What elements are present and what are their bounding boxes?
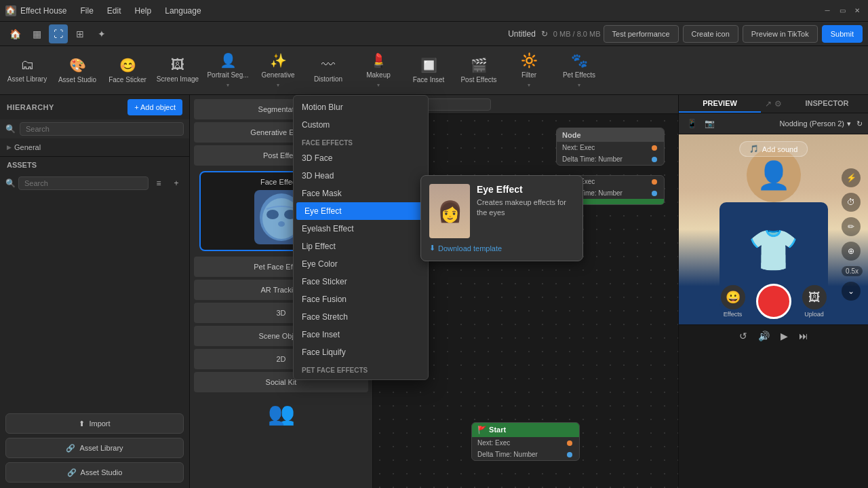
preview-right-icons: ⚡ ⏱ ✏ ⊕ 0.5x ⌄ (842, 168, 863, 301)
timer-icon-btn[interactable]: ⏱ (842, 193, 861, 212)
asset-tool-asset-studio[interactable]: 🎨 Asset Studio (53, 48, 102, 94)
hierarchy-search-icon: 🔍 (5, 124, 16, 134)
hierarchy-search: 🔍 (0, 119, 189, 138)
home-button[interactable]: 🏠 (5, 24, 24, 43)
face-inset-icon: 🔲 (420, 57, 437, 73)
minimize-button[interactable]: ─ (822, 5, 833, 16)
preview-person-area: 🎵 Add sound 👤 👕 ⚡ ⏱ (679, 134, 868, 324)
maximize-button[interactable]: ▭ (837, 5, 848, 16)
makeup-arrow: ▾ (377, 82, 380, 88)
play-button[interactable]: ▶ (781, 331, 788, 341)
video-mode-button[interactable]: 📷 (702, 116, 717, 131)
start-port-delta: Delta Time: Number (472, 449, 579, 460)
preview-tiktok-button[interactable]: Preview in TikTok (743, 25, 818, 43)
asset-library-button[interactable]: 🔗 Asset Library (5, 438, 184, 458)
record-button[interactable] (756, 284, 791, 319)
camera-mode-button[interactable]: 📱 (684, 116, 699, 131)
dropdown-eyelash-effect[interactable]: Eyelash Effect (294, 220, 428, 238)
tree-item-general[interactable]: ▶ General (0, 141, 189, 153)
dropdown-3d-head[interactable]: 3D Head (294, 167, 428, 185)
filter-list-icon[interactable]: ≡ (151, 176, 166, 191)
assets-search-input[interactable] (18, 176, 149, 190)
test-performance-button[interactable]: Test performance (604, 25, 679, 43)
asset-tool-portrait-seg[interactable]: 👤 Portrait Seg... ▾ (203, 48, 252, 94)
dropdown-face-sticker[interactable]: Face Sticker (294, 273, 428, 290)
close-button[interactable]: ✕ (852, 5, 863, 16)
dropdown-face-mask[interactable]: Face Mask (294, 185, 428, 202)
svg-point-2 (267, 210, 279, 219)
settings-button[interactable]: ✦ (92, 24, 111, 43)
add-sound-button[interactable]: 🎵 Add sound (739, 141, 808, 157)
download-template-link[interactable]: ⬇ Download template (429, 244, 574, 252)
external-link-icon[interactable]: ↗ (765, 99, 772, 109)
hierarchy-search-input[interactable] (20, 122, 184, 136)
eye-effect-tooltip: 👩 Eye Effect Creates makeup effects for … (420, 175, 583, 261)
asset-tool-makeup[interactable]: 💄 Makeup ▾ (354, 48, 403, 94)
asset-tool-screen-image[interactable]: 🖼 Screen Image (153, 48, 202, 94)
create-icon-button[interactable]: Create icon (683, 25, 738, 43)
exec-node-header: Node (557, 128, 664, 142)
asset-tool-asset-library[interactable]: 🗂 Asset Library (3, 48, 52, 94)
layers-icon-btn[interactable]: ⊕ (842, 242, 861, 261)
inspector-icon[interactable]: ⚙ (774, 99, 782, 109)
dropdown-eye-color[interactable]: Eye Color (294, 255, 428, 273)
upload-bottom-btn[interactable]: 🖼 Upload (802, 285, 827, 318)
lightning-icon-btn[interactable]: ⚡ (842, 168, 861, 187)
asset-studio-button[interactable]: 🔗 Asset Studio (5, 462, 184, 483)
dropdown-face-inset[interactable]: Face Inset (294, 326, 428, 343)
dropdown-face-fusion[interactable]: Face Fusion (294, 290, 428, 308)
playback-bar: ↺ 🔊 ▶ ⏭ (679, 324, 868, 347)
start-node-header: 🚩 Start (472, 423, 579, 437)
hierarchy-title: HIERARCHY (7, 103, 54, 111)
model-select-dropdown[interactable]: Nodding (Person 2) ▾ ↻ (780, 119, 863, 128)
refresh-button[interactable]: ↻ (541, 29, 548, 39)
tooltip-avatar: 👩 (429, 184, 470, 238)
asset-tool-face-sticker[interactable]: 😊 Face Sticker (103, 48, 152, 94)
dropdown-3d-face[interactable]: 3D Face (294, 149, 428, 167)
hierarchy-section: HIERARCHY + Add object 🔍 ▶ General (0, 95, 189, 157)
asset-tool-pet-effects[interactable]: 🐾 Pet Effects ▾ (555, 48, 604, 94)
panel-button[interactable]: ▦ (27, 24, 46, 43)
dropdown-face-liquify[interactable]: Face Liquify (294, 343, 428, 361)
main-layout: HIERARCHY + Add object 🔍 ▶ General ASSET… (0, 95, 868, 488)
refresh-model-icon[interactable]: ↻ (856, 119, 863, 128)
dropdown-motion-blur[interactable]: Motion Blur (294, 98, 428, 116)
submit-button[interactable]: Submit (822, 25, 863, 43)
effects-bottom-btn[interactable]: 😀 Effects (721, 285, 745, 318)
asset-tool-face-inset[interactable]: 🔲 Face Inset (404, 48, 453, 94)
main-toolbar: 🏠 ▦ ⛶ ⊞ ✦ Untitled ↻ 0 MB / 8.0 MB Test … (0, 22, 868, 46)
speed-badge[interactable]: 0.5x (842, 266, 863, 276)
layout-button[interactable]: ⊞ (71, 24, 90, 43)
volume-icon[interactable]: 🔊 (758, 331, 770, 341)
menu-language[interactable]: Language (159, 5, 206, 17)
asset-studio-btn-icon: 🔗 (67, 468, 77, 477)
menu-help[interactable]: Help (130, 5, 157, 17)
menu-file[interactable]: File (75, 5, 98, 17)
generative-icon: ✨ (270, 52, 287, 69)
dropdown-lip-effect[interactable]: Lip Effect (294, 238, 428, 255)
dropdown-face-stretch[interactable]: Face Stretch (294, 308, 428, 326)
node-button[interactable]: ⛶ (49, 24, 68, 43)
asset-tool-generative[interactable]: ✨ Generative ▾ (254, 48, 302, 94)
dropdown-custom[interactable]: Custom (294, 116, 428, 134)
assets-content (0, 193, 189, 408)
menu-edit[interactable]: Edit (102, 5, 127, 17)
asset-tool-distortion[interactable]: 〰 Distortion (304, 48, 353, 94)
add-sound-area: 🎵 Add sound (739, 141, 808, 157)
brush-icon-btn[interactable]: ✏ (842, 217, 861, 236)
asset-tool-filter[interactable]: 🔆 Filter ▾ (505, 48, 553, 94)
preview-tab-actions: ↗ ⚙ (761, 95, 786, 113)
skip-forward-button[interactable]: ⏭ (799, 331, 808, 341)
add-asset-button[interactable]: + (169, 176, 184, 191)
dropdown-eye-effect[interactable]: Eye Effect (296, 202, 425, 220)
app-title: Effect House (20, 6, 66, 16)
import-button[interactable]: ⬆ Import (5, 413, 184, 434)
loop-icon[interactable]: ↺ (739, 331, 747, 341)
add-object-button[interactable]: + Add object (127, 99, 182, 115)
hierarchy-tree: ▶ General (0, 138, 189, 156)
preview-tab[interactable]: PREVIEW (679, 95, 761, 113)
asset-library-btn-label: Asset Library (79, 444, 123, 452)
asset-studio-icon: 🎨 (69, 57, 86, 73)
inspector-tab[interactable]: INSPECTOR (786, 95, 868, 113)
asset-tool-post-effects[interactable]: 🎬 Post Effects (454, 48, 503, 94)
